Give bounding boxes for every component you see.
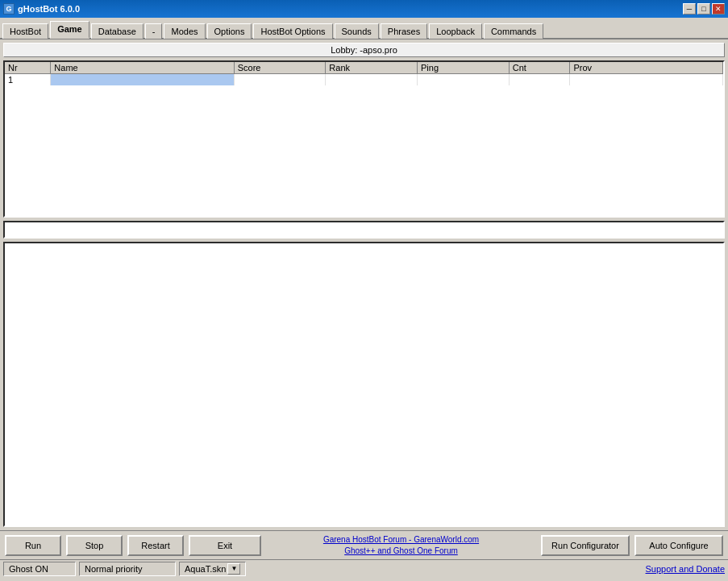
ghost-status-label: Ghost ON [9,564,48,574]
tab-hostbot[interactable]: HostBot [2,23,48,39]
player-table: Nr Name Score Rank Ping Cnt Prov 1 [5,62,723,85]
priority-label: Normal priority [85,564,143,574]
col-header-rank: Rank [326,62,418,74]
col-header-prov: Prov [570,62,723,74]
forum-links[interactable]: Garena HostBot Forum - GarenaWorld.com G… [266,534,536,557]
stop-button[interactable]: Stop [66,535,123,556]
app-title: gHostBot 6.0.0 [18,4,80,14]
priority-panel: Normal priority [79,562,176,576]
support-link[interactable]: Support and Donate [646,564,725,574]
ghost-status-panel: Ghost ON [3,562,76,576]
auto-configure-button[interactable]: Auto Configure [634,535,723,556]
title-bar: G gHostBot 6.0.0 ─ □ ✕ [0,0,728,18]
forum-link-2[interactable]: Ghost++ and Ghost One Forum [266,546,536,557]
cell-prov [570,74,723,86]
skin-panel: AquaT.skn ▼ [179,562,246,576]
close-button[interactable]: ✕ [712,3,725,15]
forum-link-1[interactable]: Garena HostBot Forum - GarenaWorld.com [266,534,536,546]
col-header-name: Name [51,62,234,74]
tab-phrases[interactable]: Phrases [381,23,427,39]
lobby-label: Lobby: -apso.pro [331,45,397,55]
tab-separator[interactable]: - [145,23,163,39]
cell-ping [418,74,510,86]
tab-loopback[interactable]: Loopback [429,23,482,39]
tab-commands[interactable]: Commands [484,23,543,39]
tab-sounds[interactable]: Sounds [335,23,379,39]
col-header-ping: Ping [418,62,510,74]
tab-modes[interactable]: Modes [164,23,205,39]
tab-options[interactable]: Options [207,23,252,39]
cell-rank [326,74,418,86]
player-table-wrapper: Nr Name Score Rank Ping Cnt Prov 1 [3,60,725,218]
maximize-button[interactable]: □ [697,3,710,15]
run-button[interactable]: Run [5,535,61,556]
command-input-wrapper[interactable] [3,221,725,239]
col-header-score: Score [234,62,326,74]
skin-dropdown-button[interactable]: ▼ [227,563,240,575]
cell-nr: 1 [5,74,51,86]
cell-name [51,74,234,86]
cell-score [234,74,326,86]
bottom-bar: Run Stop Restart Exit Garena HostBot For… [0,530,728,559]
run-configurator-button[interactable]: Run Configurator [541,535,630,556]
tab-game[interactable]: Game [50,21,89,39]
command-input[interactable] [6,225,722,234]
main-content: Lobby: -apso.pro Nr Name Score Rank Ping… [0,39,728,530]
cell-cnt [509,74,570,86]
table-row: 1 [5,74,723,86]
tab-hostbot-options[interactable]: HostBot Options [253,23,332,39]
skin-label: AquaT.skn [185,564,226,574]
app-icon: G [3,3,15,15]
tab-database[interactable]: Database [91,23,144,39]
lobby-info: Lobby: -apso.pro [3,43,725,57]
minimize-button[interactable]: ─ [683,3,696,15]
status-bar: Ghost ON Normal priority AquaT.skn ▼ Sup… [0,559,728,577]
log-area[interactable] [3,242,725,527]
restart-button[interactable]: Restart [127,535,184,556]
col-header-cnt: Cnt [509,62,570,74]
col-header-nr: Nr [5,62,51,74]
window-controls: ─ □ ✕ [683,3,725,15]
tab-bar: HostBot Game Database - Modes Options Ho… [0,18,728,39]
exit-button[interactable]: Exit [189,535,261,556]
